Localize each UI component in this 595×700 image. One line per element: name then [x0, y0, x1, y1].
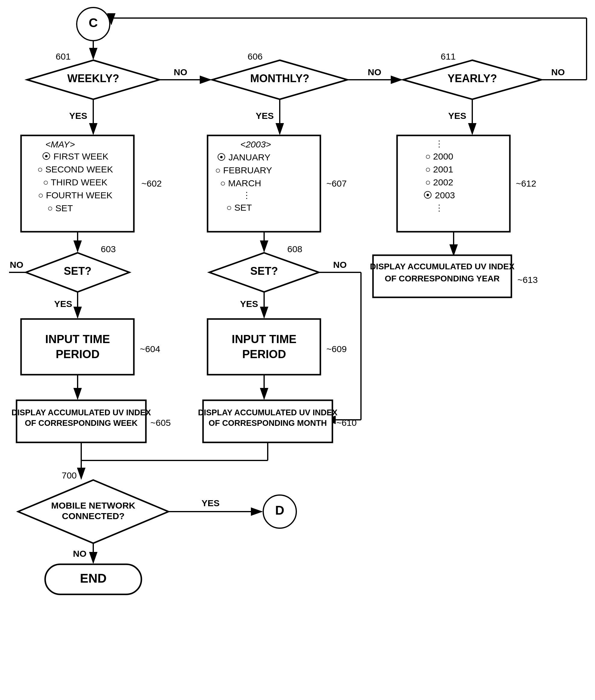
week-opt2: ○ SECOND WEEK [37, 164, 113, 174]
label-yearly-yes: YES [448, 111, 466, 121]
display-week-line2: OF CORRESPONDING WEEK [25, 419, 138, 428]
ref-700: 700 [62, 470, 77, 480]
week-opt4: ○ FOURTH WEEK [38, 190, 113, 200]
label-weekly-yes: YES [69, 111, 87, 121]
input-time-1-box [21, 319, 134, 375]
ref-604: ~604 [140, 344, 160, 354]
mobile-line2: CONNECTED? [62, 511, 124, 521]
yearly-label: YEARLY? [448, 72, 497, 85]
year-opt4: ⦿ 2003 [423, 190, 455, 200]
display-year-line1: DISPLAY ACCUMULATED UV INDEX [370, 262, 515, 271]
label-set2-yes: YES [240, 299, 258, 309]
ref-612: ~612 [516, 179, 536, 188]
display-week-line1: DISPLAY ACCUMULATED UV INDEX [11, 408, 151, 417]
input-time-2-line1: INPUT TIME [232, 333, 296, 346]
year-dots-top: ⋮ [435, 139, 444, 149]
label-set2-no: NO [333, 260, 347, 270]
input-time-2-line2: PERIOD [242, 348, 286, 360]
display-month-line1: DISPLAY ACCUMULATED UV INDEX [198, 408, 338, 417]
ref-611: 611 [441, 51, 456, 61]
label-yearly-no: NO [551, 67, 565, 77]
label-set1-yes: YES [54, 299, 72, 309]
year-select-box [397, 135, 510, 232]
label-set1-no: NO [10, 260, 24, 270]
input-time-1-line1: INPUT TIME [45, 333, 110, 346]
week-opt3: ○ THIRD WEEK [43, 177, 107, 187]
month-title: <2003> [240, 139, 271, 149]
label-monthly-no: NO [368, 67, 381, 77]
month-opt1: ⦿ JANUARY [217, 152, 271, 162]
label-mobile-no: NO [73, 548, 87, 559]
label-monthly-yes: YES [256, 111, 274, 121]
month-opt2: ○ FEBRUARY [215, 165, 272, 175]
ref-607: ~607 [327, 179, 347, 188]
label-weekly-no: NO [174, 67, 188, 77]
set1-label: SET? [64, 265, 91, 277]
set2-label: SET? [250, 265, 278, 277]
d-label: D [275, 503, 284, 517]
ref-602: ~602 [141, 179, 162, 188]
ref-610: ~610 [336, 418, 357, 428]
year-opt2: ○ 2001 [425, 164, 453, 174]
week-opt5: ○ SET [48, 203, 73, 213]
month-opt-set: ○ SET [227, 203, 252, 213]
start-label: C [89, 16, 98, 30]
year-opt3: ○ 2002 [425, 177, 453, 187]
label-mobile-yes: YES [202, 498, 220, 508]
year-opt1: ○ 2000 [425, 152, 453, 161]
ref-605: ~605 [150, 418, 171, 428]
ref-613: ~613 [517, 275, 538, 285]
month-opt3: ○ MARCH [220, 178, 261, 188]
month-dots: ⋮ [243, 190, 251, 200]
ref-606: 606 [248, 51, 263, 61]
ref-608: 608 [287, 244, 302, 254]
display-year-line2: OF CORRESPONDING YEAR [385, 274, 500, 283]
week-opt1: ⦿ FIRST WEEK [42, 152, 108, 161]
ref-609: ~609 [327, 344, 347, 354]
mobile-line1: MOBILE NETWORK [51, 501, 135, 510]
display-month-line2: OF CORRESPONDING MONTH [208, 419, 327, 428]
weekly-label: WEEKLY? [67, 72, 119, 85]
flowchart-container: C WEEKLY? 601 NO YES MONTHLY? 606 NO YES… [0, 0, 595, 700]
input-time-1-line2: PERIOD [56, 348, 100, 360]
week-title: <MAY> [46, 139, 75, 149]
ref-603: 603 [101, 244, 116, 254]
monthly-label: MONTHLY? [250, 72, 310, 85]
year-dots-bot: ⋮ [435, 203, 444, 213]
ref-601: 601 [56, 51, 71, 61]
end-label: END [80, 571, 107, 585]
input-time-2-box [207, 319, 320, 375]
